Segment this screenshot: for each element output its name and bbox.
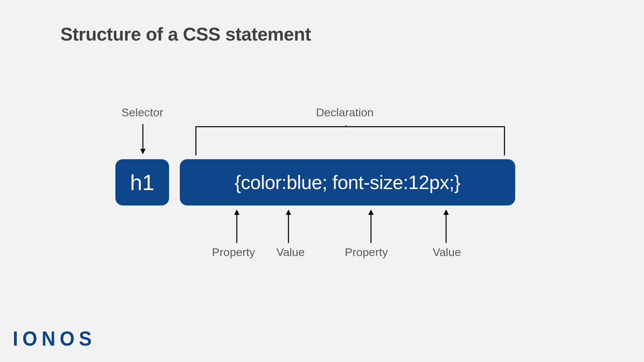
page-title: Structure of a CSS statement [60, 23, 311, 45]
arrow-value1-up-icon [285, 209, 292, 243]
selector-text: h1 [130, 170, 154, 195]
bracket-declaration-icon [196, 125, 504, 156]
arrow-property1-up-icon [233, 209, 240, 243]
svg-marker-1 [140, 149, 146, 154]
selector-box: h1 [115, 159, 169, 205]
svg-marker-10 [443, 209, 449, 215]
brand-logo: IONOS [13, 326, 96, 350]
label-value-1: Value [276, 246, 305, 259]
svg-marker-6 [286, 209, 291, 215]
declaration-box: {color:blue; font-size:12px;} [180, 159, 515, 205]
arrow-selector-down-icon [140, 124, 146, 154]
label-value-2: Value [433, 246, 461, 259]
arrow-property2-up-icon [368, 209, 374, 243]
arrow-value2-up-icon [443, 209, 449, 243]
label-selector: Selector [121, 106, 163, 119]
label-property-2: Property [345, 246, 388, 259]
label-property-1: Property [212, 246, 255, 259]
declaration-text: {color:blue; font-size:12px;} [234, 171, 460, 193]
svg-marker-4 [234, 209, 239, 215]
svg-marker-8 [368, 209, 374, 215]
label-declaration: Declaration [316, 106, 374, 119]
